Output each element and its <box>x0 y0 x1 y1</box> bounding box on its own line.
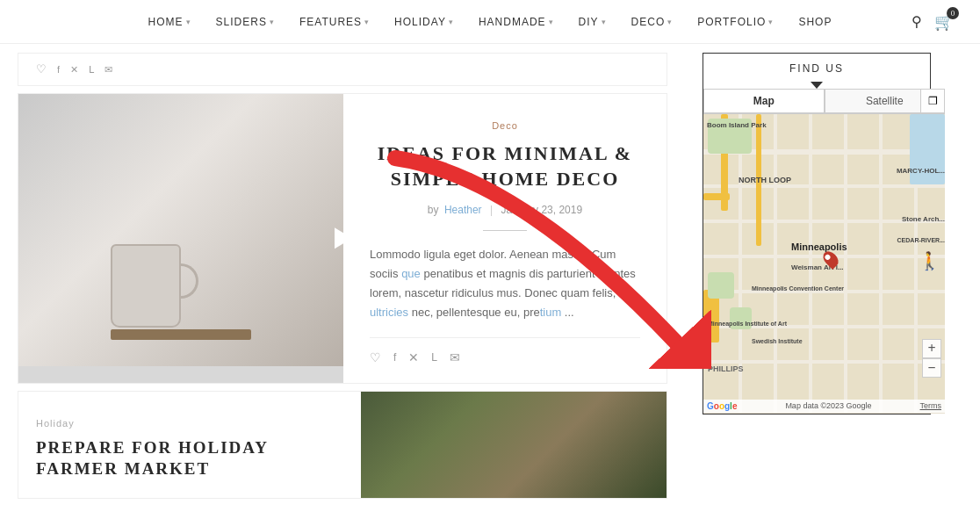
map-label-cedar: CEDAR-RIVER... <box>897 237 945 243</box>
map-footer: Google Map data ©2023 Google Terms <box>703 400 945 413</box>
twitter-icon[interactable]: ✕ <box>70 64 78 76</box>
article-actions: ♡ f ✕ 𝖫 ✉ <box>370 337 640 365</box>
email-share-icon[interactable]: ✉ <box>450 350 460 365</box>
like-icon[interactable]: ♡ <box>370 350 381 365</box>
map-label-north-loop: NORTH LOOP <box>739 176 791 184</box>
article-title[interactable]: IDEAS FOR MINIMAL & SIMPLE HOME DECO <box>370 141 640 191</box>
article-content-1: Deco IDEAS FOR MINIMAL & SIMPLE HOME DEC… <box>343 94 667 383</box>
chevron-icon: ▾ <box>449 18 454 26</box>
pinterest-share-icon[interactable]: 𝖫 <box>431 351 437 364</box>
chevron-icon: ▾ <box>186 18 191 26</box>
article-excerpt: Lommodo ligula eget dolor. Aenean massa.… <box>370 245 640 322</box>
map-fullscreen-button[interactable]: ❐ <box>920 89 945 113</box>
chevron-icon: ▾ <box>270 18 275 26</box>
google-logo: Google <box>707 401 737 411</box>
facebook-share-icon[interactable]: f <box>393 351 396 364</box>
map-zoom-controls: + − <box>922 339 941 378</box>
map-label-swedish: Swedish Institute <box>752 338 803 344</box>
article-meta: by Heather | January 23, 2019 <box>370 204 640 216</box>
nav-item-handmade[interactable]: HANDMADE ▾ <box>479 16 554 28</box>
chevron-icon: ▾ <box>602 18 607 26</box>
map-label-convention: Minneapolis Convention Center <box>752 285 844 292</box>
map-tab-map[interactable]: Map <box>703 89 825 113</box>
nav-item-diy[interactable]: DIY ▾ <box>579 16 607 28</box>
map-data-label: Map data ©2023 Google <box>785 401 871 411</box>
street-view-icon[interactable]: 🚶 <box>919 250 940 271</box>
facebook-icon[interactable]: f <box>57 64 60 75</box>
nav-item-holiday[interactable]: HOLIDAY ▾ <box>394 16 454 28</box>
article-card-2: Holiday PREPARE FOR HOLIDAY FARMER MARKE… <box>18 391 667 499</box>
email-icon[interactable]: ✉ <box>104 64 112 76</box>
excerpt-link-que[interactable]: que <box>401 267 421 280</box>
article-date: January 23, 2019 <box>501 204 582 216</box>
nav-item-sliders[interactable]: SLIDERS ▾ <box>216 16 275 28</box>
map-body[interactable]: Boom Island Park NORTH LOOP MARCY-HOL...… <box>703 114 945 413</box>
pinterest-icon[interactable]: 𝖫 <box>89 64 94 76</box>
map-label-city: Minneapolis <box>791 241 847 252</box>
nav-item-features[interactable]: FEATURES ▾ <box>299 16 370 28</box>
cart-badge: 0 <box>947 7 959 19</box>
map-tabs: Map Satellite <box>703 89 945 114</box>
chevron-icon: ▾ <box>549 18 554 26</box>
article-category-2[interactable]: Holiday <box>36 418 343 429</box>
map-label-boom: Boom Island Park <box>707 121 767 129</box>
chevron-icon: ▾ <box>768 18 774 26</box>
zoom-in-button[interactable]: + <box>922 339 941 358</box>
nav-item-deco[interactable]: DECO ▾ <box>631 16 674 28</box>
article-card-1: Deco IDEAS FOR MINIMAL & SIMPLE HOME DEC… <box>18 93 667 384</box>
heart-icon[interactable]: ♡ <box>36 62 47 76</box>
search-icon[interactable]: ⚲ <box>912 13 922 30</box>
excerpt-link-tium[interactable]: tium <box>540 306 562 319</box>
nav-item-shop[interactable]: SHOP <box>798 16 832 28</box>
sidebar: FIND US Map Satellite ❐ <box>685 53 948 499</box>
article-title-2[interactable]: PREPARE FOR HOLIDAY FARMER MARKET <box>36 437 343 480</box>
twitter-share-icon[interactable]: ✕ <box>408 350 419 365</box>
nav-item-portfolio[interactable]: PORTFOLIO ▾ <box>697 16 774 28</box>
map-label-marcy: MARCY-HOL... <box>897 167 945 175</box>
social-bar: ♡ f ✕ 𝖫 ✉ <box>18 53 667 86</box>
map-background: Boom Island Park NORTH LOOP MARCY-HOL...… <box>703 114 945 413</box>
nav-item-home[interactable]: HOME ▾ <box>148 16 191 28</box>
chevron-icon: ▾ <box>364 18 370 26</box>
find-us-arrow <box>811 82 823 89</box>
article-image-1 <box>18 94 343 383</box>
meta-prefix: by <box>428 204 439 216</box>
map-label-institute: Minneapolis Institute of Art <box>708 321 787 327</box>
find-us-title: FIND US <box>703 62 930 75</box>
article-author[interactable]: Heather <box>444 204 482 216</box>
excerpt-link-ultricies[interactable]: ultricies <box>370 306 408 319</box>
find-us-box: FIND US Map Satellite ❐ <box>703 53 931 414</box>
cart-button[interactable]: 🛒 0 <box>934 12 954 32</box>
article-category[interactable]: Deco <box>370 120 640 131</box>
map-label-stone: Stone Arch... <box>902 215 945 223</box>
map-terms-link[interactable]: Terms <box>920 401 942 411</box>
chevron-icon: ▾ <box>667 18 673 26</box>
article-image-2 <box>361 392 667 498</box>
zoom-out-button[interactable]: − <box>922 358 941 378</box>
content-area: ♡ f ✕ 𝖫 ✉ <box>0 53 667 499</box>
map-container: Map Satellite ❐ <box>703 89 945 414</box>
nav-icons: ⚲ 🛒 0 <box>912 12 954 32</box>
article-divider <box>483 230 527 231</box>
map-label-phillips: PHILLIPS <box>708 364 744 373</box>
article-text-left: Holiday PREPARE FOR HOLIDAY FARMER MARKE… <box>18 392 361 498</box>
meta-separator: | <box>490 204 493 216</box>
main-nav: HOME ▾ SLIDERS ▾ FEATURES ▾ HOLIDAY ▾ HA… <box>0 0 980 44</box>
